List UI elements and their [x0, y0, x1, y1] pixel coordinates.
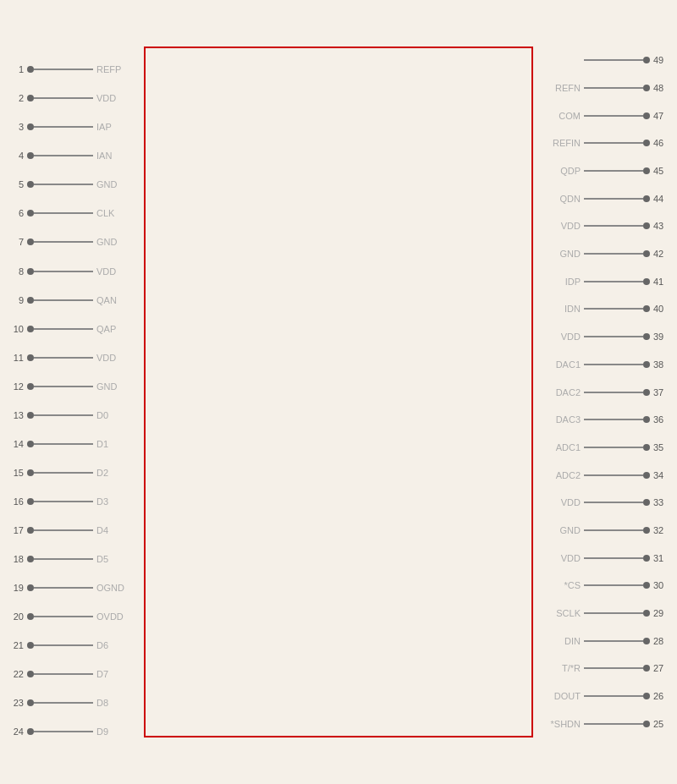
pin-number-left-14: 14 [0, 439, 24, 449]
pin-right-38: 38DAC1 [556, 359, 677, 370]
pin-label-right-45: QDP [560, 166, 581, 176]
pin-number-right-38: 38 [653, 359, 677, 370]
pin-label-left-18: D5 [96, 554, 108, 564]
pin-label-left-22: D7 [96, 669, 108, 679]
pin-line-right-44 [584, 198, 643, 200]
pin-line-left-1 [34, 69, 93, 70]
pin-left-4: 4IAN [0, 151, 112, 161]
pin-number-right-34: 34 [653, 470, 677, 480]
pin-dot-left-7 [27, 238, 34, 245]
pin-label-right-27: T/*R [562, 663, 581, 673]
pin-label-left-21: D6 [96, 640, 108, 650]
pin-dot-left-20 [27, 613, 34, 620]
pin-number-left-10: 10 [0, 324, 24, 334]
pin-number-right-43: 43 [653, 221, 677, 231]
pin-left-5: 5GND [0, 179, 117, 189]
pin-dot-left-23 [27, 699, 34, 706]
pin-right-43: 43VDD [561, 221, 677, 231]
pin-number-left-7: 7 [0, 237, 24, 247]
pin-line-right-29 [584, 612, 643, 614]
pin-number-right-33: 33 [653, 497, 677, 507]
pin-number-right-35: 35 [653, 442, 677, 452]
pin-line-left-9 [34, 299, 93, 301]
pin-dot-right-30 [643, 582, 650, 589]
pin-right-47: 47COM [559, 111, 677, 121]
pin-dot-right-28 [643, 638, 650, 644]
pin-line-right-47 [584, 115, 643, 117]
pin-label-right-32: GND [560, 525, 581, 535]
pin-line-right-32 [584, 529, 643, 531]
pin-line-left-4 [34, 155, 93, 156]
pin-left-14: 14D1 [0, 439, 108, 449]
pin-line-right-43 [584, 225, 643, 227]
pin-number-left-8: 8 [0, 266, 24, 277]
pin-number-left-23: 23 [0, 698, 24, 708]
pin-number-left-24: 24 [0, 726, 24, 737]
pin-line-left-16 [34, 501, 93, 502]
pin-line-right-39 [584, 336, 643, 337]
pin-line-right-40 [584, 308, 643, 310]
pin-label-right-35: ADC1 [556, 442, 581, 452]
pin-number-right-30: 30 [653, 580, 677, 590]
pin-line-right-30 [584, 584, 643, 586]
pin-line-right-37 [584, 392, 643, 393]
pin-number-right-36: 36 [653, 414, 677, 425]
pin-number-left-15: 15 [0, 468, 24, 478]
pin-left-13: 13D0 [0, 410, 108, 420]
pin-left-6: 6CLK [0, 208, 114, 218]
pin-dot-left-19 [27, 584, 34, 591]
pin-number-left-5: 5 [0, 179, 24, 189]
pin-label-left-2: VDD [96, 93, 116, 103]
pin-dot-left-4 [27, 152, 34, 159]
pin-left-21: 21D6 [0, 640, 108, 650]
pin-right-36: 36DAC3 [556, 414, 677, 425]
pin-line-right-33 [584, 502, 643, 503]
pin-label-right-39: VDD [561, 332, 581, 342]
pin-dot-right-35 [643, 444, 650, 451]
pin-line-right-48 [584, 87, 643, 89]
pin-dot-right-40 [643, 305, 650, 312]
pin-dot-left-15 [27, 469, 34, 476]
pin-number-right-47: 47 [653, 111, 677, 121]
pin-line-left-10 [34, 328, 93, 330]
pin-right-32: 32GND [560, 525, 677, 535]
pin-line-left-17 [34, 529, 93, 531]
pin-right-48: 48REFN [555, 83, 677, 93]
pin-number-left-18: 18 [0, 554, 24, 564]
pin-label-left-6: CLK [96, 208, 114, 218]
pin-number-right-46: 46 [653, 138, 677, 148]
pin-dot-right-43 [643, 222, 650, 229]
pin-label-right-34: ADC2 [556, 470, 581, 480]
pin-dot-left-8 [27, 268, 34, 275]
pin-right-39: 39VDD [561, 332, 677, 342]
pin-number-left-17: 17 [0, 525, 24, 535]
pin-dot-right-29 [643, 610, 650, 617]
pin-number-right-37: 37 [653, 387, 677, 397]
pin-number-left-11: 11 [0, 353, 24, 363]
pin-line-right-31 [584, 557, 643, 559]
pin-right-26: 26DOUT [554, 691, 677, 701]
pin-line-right-36 [584, 419, 643, 420]
pin-label-right-38: DAC1 [556, 359, 581, 370]
pin-dot-right-45 [643, 167, 650, 174]
pin-dot-left-2 [27, 95, 34, 101]
pin-line-left-13 [34, 414, 93, 416]
pin-number-right-44: 44 [653, 194, 677, 204]
pin-line-left-23 [34, 702, 93, 704]
pin-right-37: 37DAC2 [556, 387, 677, 397]
pin-dot-left-9 [27, 297, 34, 304]
pin-number-left-20: 20 [0, 611, 24, 622]
pin-number-right-48: 48 [653, 83, 677, 93]
pin-dot-right-39 [643, 333, 650, 340]
pin-label-left-20: OVDD [96, 611, 124, 622]
pin-left-9: 9QAN [0, 295, 117, 305]
pin-label-right-44: QDN [560, 194, 581, 204]
pin-dot-left-13 [27, 412, 34, 419]
pin-number-left-16: 16 [0, 496, 24, 507]
pin-line-right-49 [584, 59, 643, 61]
pin-line-right-26 [584, 695, 643, 697]
pin-left-10: 10QAP [0, 324, 116, 334]
pin-line-left-7 [34, 241, 93, 243]
pin-number-left-9: 9 [0, 295, 24, 305]
pin-left-19: 19OGND [0, 583, 124, 593]
